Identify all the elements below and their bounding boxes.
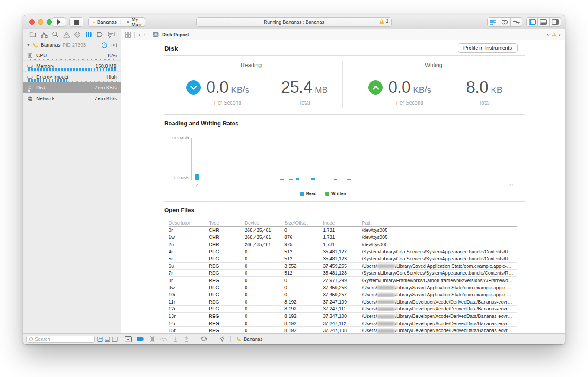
step-over-button[interactable]	[160, 336, 167, 342]
table-row[interactable]: 2u CHR 268,435,461 975 1,731 /dev/ttys00…	[169, 241, 517, 248]
tab-debug-navigator[interactable]	[85, 31, 93, 38]
writing-total-value: 8.0	[466, 78, 488, 97]
chart-plot	[191, 138, 514, 180]
table-row[interactable]: 7r REG 0 512 35,481,128 /System/Library/…	[169, 270, 517, 277]
table-row[interactable]: 9w REG 0 0 37,459,256 /Users//Library/Sa…	[169, 284, 517, 291]
tab-project-navigator[interactable]	[29, 31, 37, 38]
step-out-button[interactable]	[184, 336, 189, 342]
cell-path: /Users//Library/Developer/Xcode/DerivedD…	[362, 314, 517, 319]
column-header-device[interactable]: Device	[245, 220, 284, 225]
table-row[interactable]: 13r REG 0 8,192 37,247,100 /Users//Libra…	[169, 313, 517, 320]
table-row[interactable]: 10u REG 0 0 37,459,257 /Users//Library/S…	[169, 291, 517, 298]
chart-bar-read	[289, 179, 293, 180]
table-row[interactable]: 15r REG 0 8,192 37,247,108 /Users//Libra…	[169, 327, 517, 333]
column-header-descriptor[interactable]: Descriptor	[169, 220, 209, 225]
stop-button[interactable]	[69, 17, 83, 27]
divider	[164, 114, 525, 115]
view-hierarchy-debug-button[interactable]	[201, 336, 207, 342]
standard-editor-button[interactable]	[487, 17, 499, 27]
toggle-debug-area-button[interactable]	[538, 17, 550, 27]
cell-type: REG	[209, 256, 245, 261]
gauge-icon[interactable]	[101, 42, 108, 48]
process-name: Bananas	[41, 42, 60, 48]
cell-path: /System/Library/CoreServices/SystemAppea…	[362, 256, 517, 261]
filter-threads-icon[interactable]	[105, 336, 110, 342]
cell-device: 0	[245, 292, 284, 297]
cell-inode: 37,459,255	[323, 263, 362, 269]
run-button[interactable]	[52, 17, 66, 27]
step-into-button[interactable]	[173, 336, 178, 342]
gauge-row-disk[interactable]: Disk Zero KB/s	[23, 82, 121, 93]
memory-report-icon[interactable]	[111, 42, 117, 48]
version-editor-icon	[513, 20, 520, 24]
zoom-window-button[interactable]	[47, 19, 52, 25]
search-input[interactable]	[35, 336, 92, 342]
cell-inode: 1,731	[323, 228, 362, 233]
cell-size-offset: 0	[284, 278, 323, 283]
simulate-location-button[interactable]	[219, 336, 225, 342]
warning-badge[interactable]: 2	[379, 19, 388, 24]
profile-in-instruments-button[interactable]: Profile in Instruments	[458, 43, 518, 53]
filter-stack-frames-icon[interactable]	[112, 336, 118, 342]
search-field[interactable]	[26, 336, 95, 343]
table-row[interactable]: 1w CHR 268,435,461 876 1,731 /dev/ttys00…	[169, 234, 517, 241]
cell-descriptor: 0r	[169, 228, 209, 233]
previous-issue-button[interactable]: ‹	[547, 32, 549, 38]
debug-bar-process[interactable]: Bananas	[236, 336, 262, 342]
version-editor-button[interactable]	[511, 17, 522, 27]
tab-test-navigator[interactable]	[74, 31, 81, 38]
table-row[interactable]: 4r REG 0 512 35,481,127 /System/Library/…	[169, 248, 517, 256]
pause-button[interactable]	[150, 336, 154, 342]
scheme-selector[interactable]: Bananas 〉 My Mac	[88, 17, 145, 27]
column-header-inode[interactable]: Inode	[323, 220, 362, 225]
related-items-icon[interactable]	[125, 32, 131, 38]
stop-icon	[74, 20, 79, 25]
table-row[interactable]: 11r REG 0 8,192 37,247,109 /Users//Libra…	[169, 298, 517, 306]
xcode-window: Bananas 〉 My Mac Running Bananas : Banan…	[23, 15, 565, 344]
issue-warning-icon[interactable]	[552, 32, 556, 36]
column-header-path[interactable]: Path	[362, 220, 517, 225]
gauge-row-cpu[interactable]: CPU 10%	[23, 50, 121, 61]
toggle-inspector-button[interactable]	[550, 17, 561, 27]
open-files-table-body: 0r CHR 268,435,461 0 1,731 /dev/ttys005 …	[169, 227, 517, 333]
table-row[interactable]: 14r REG 0 8,192 37,247,112 /Users//Libra…	[169, 320, 517, 327]
tab-report-navigator[interactable]	[107, 31, 115, 38]
jump-bar-report-title[interactable]: Disk Report	[162, 32, 189, 37]
separator	[134, 32, 135, 38]
back-button[interactable]: ‹	[138, 32, 140, 38]
close-window-button[interactable]	[29, 19, 35, 25]
minimize-window-button[interactable]	[38, 19, 43, 25]
table-row[interactable]: 6u REG 0 3,552 37,459,255 /Users//Librar…	[169, 263, 517, 270]
gauge-row-network[interactable]: Network Zero KB/s	[23, 93, 121, 104]
disclosure-triangle-icon[interactable]	[27, 44, 30, 46]
open-files-table: Descriptor Type Device Size/Offset Inode…	[169, 219, 517, 333]
gauge-filter-buttons	[97, 336, 118, 342]
activity-status-bar[interactable]: Running Bananas : Bananas 2	[196, 17, 392, 27]
cell-size-offset: 8,192	[284, 328, 323, 333]
table-row[interactable]: 5r REG 0 512 35,481,123 /System/Library/…	[169, 255, 517, 263]
table-row[interactable]: 0r CHR 268,435,461 0 1,731 /dev/ttys005	[169, 227, 517, 234]
chart-bar-read	[296, 178, 299, 180]
scheme-name: Bananas	[97, 19, 117, 25]
tab-breakpoint-navigator[interactable]	[96, 31, 104, 38]
forward-button[interactable]: ›	[144, 32, 145, 38]
process-row[interactable]: Bananas PID 27393	[23, 40, 121, 50]
open-files-header-row: Descriptor Type Device Size/Offset Inode…	[169, 219, 517, 227]
tab-symbol-navigator[interactable]	[40, 31, 48, 38]
hide-debug-area-button[interactable]	[125, 336, 132, 342]
tab-find-navigator[interactable]	[51, 31, 59, 38]
next-issue-button[interactable]: ›	[559, 32, 561, 38]
column-header-size-offset[interactable]: Size/Offset	[284, 220, 323, 225]
breakpoints-toggle-button[interactable]	[137, 337, 144, 341]
table-row[interactable]: 8r REG 0 0 27,971,299 /System/Library/Fr…	[169, 277, 517, 284]
table-row[interactable]: 12r REG 0 8,192 37,247,111 /Users//Libra…	[169, 306, 517, 313]
cell-type: REG	[209, 314, 245, 319]
gauge-row-memory[interactable]: Memory 150.8 MB	[23, 61, 121, 72]
tab-issue-navigator[interactable]	[63, 31, 70, 38]
assistant-editor-button[interactable]	[499, 17, 511, 27]
gauge-row-energy[interactable]: Energy Impact High	[23, 72, 121, 82]
toggle-navigator-button[interactable]	[526, 17, 538, 27]
filter-current-process-icon[interactable]	[97, 336, 103, 342]
column-header-type[interactable]: Type	[209, 220, 245, 225]
cell-descriptor: 10u	[169, 292, 209, 297]
